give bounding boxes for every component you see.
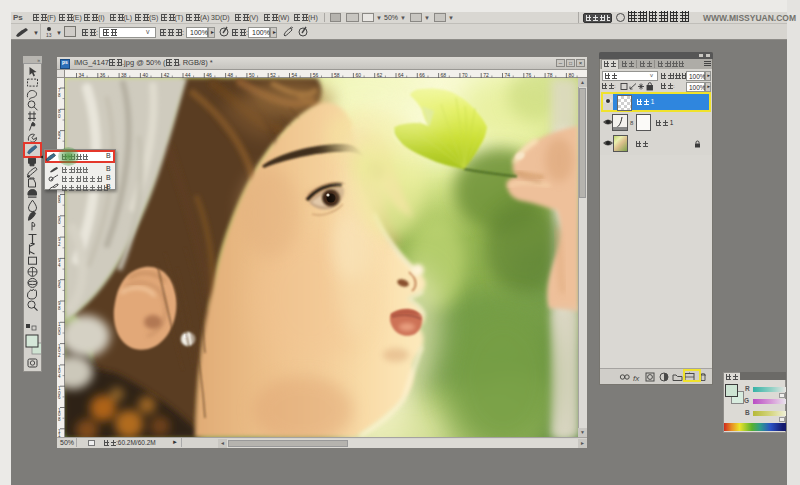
svg-text:34: 34	[79, 72, 85, 78]
svg-text:76: 76	[526, 72, 532, 78]
svg-text:6: 6	[58, 395, 61, 400]
svg-text:60: 60	[355, 72, 361, 78]
svg-text:2: 2	[58, 135, 61, 140]
svg-text:44: 44	[185, 72, 191, 78]
svg-text:6: 6	[58, 284, 61, 289]
svg-text:48: 48	[228, 72, 234, 78]
svg-text:0: 0	[58, 220, 61, 225]
svg-text:56: 56	[313, 72, 319, 78]
svg-text:70: 70	[462, 72, 468, 78]
svg-text:42: 42	[164, 72, 170, 78]
svg-text:4: 4	[58, 263, 61, 268]
svg-text:8: 8	[58, 93, 61, 98]
svg-text:58: 58	[334, 72, 340, 78]
svg-text:50: 50	[249, 72, 255, 78]
svg-text:8: 8	[58, 199, 61, 204]
svg-text:36: 36	[100, 72, 106, 78]
svg-text:8: 8	[58, 306, 61, 311]
svg-text:68: 68	[441, 72, 447, 78]
svg-text:46: 46	[206, 72, 212, 78]
svg-text:2: 2	[58, 353, 61, 358]
svg-text:4: 4	[58, 374, 61, 379]
svg-text:0: 0	[58, 114, 61, 119]
svg-text:fx: fx	[633, 374, 640, 383]
svg-text:40: 40	[142, 72, 148, 78]
svg-text:62: 62	[377, 72, 383, 78]
svg-text:0: 0	[58, 331, 61, 336]
svg-text:52: 52	[270, 72, 276, 78]
svg-text:74: 74	[505, 72, 511, 78]
svg-text:38: 38	[121, 72, 127, 78]
svg-text:54: 54	[292, 72, 298, 78]
svg-text:80: 80	[568, 72, 574, 78]
svg-text:2: 2	[58, 242, 61, 247]
svg-text:72: 72	[483, 72, 489, 78]
svg-text:64: 64	[398, 72, 404, 78]
svg-text:8: 8	[58, 417, 61, 422]
svg-text:66: 66	[419, 72, 425, 78]
svg-text:78: 78	[547, 72, 553, 78]
